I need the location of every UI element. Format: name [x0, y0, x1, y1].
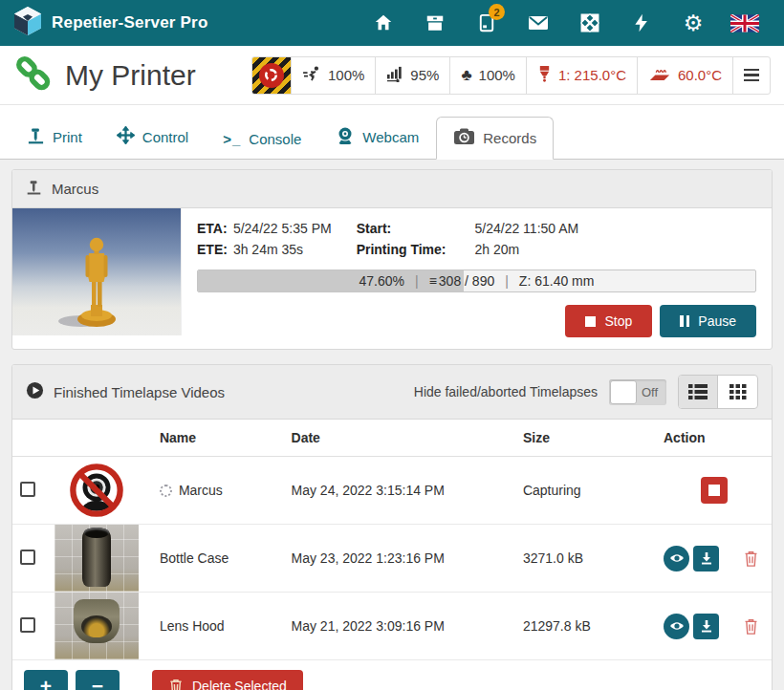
extruder-icon — [537, 65, 552, 85]
hide-failed-toggle[interactable]: Off — [609, 379, 666, 405]
archive-icon[interactable] — [409, 0, 461, 46]
job-model-preview — [12, 208, 182, 335]
speed-status[interactable]: 100% — [291, 56, 376, 95]
job-name: Marcus — [52, 181, 98, 197]
download-button[interactable] — [693, 614, 719, 639]
lightning-icon[interactable] — [616, 0, 667, 46]
col-header-date: Date — [284, 420, 515, 457]
delete-row-button[interactable] — [738, 546, 764, 571]
delete-row-button[interactable] — [738, 614, 764, 639]
timelapse-footer: + − Delete Selected — [12, 659, 772, 690]
video-thumbnail[interactable] — [54, 525, 139, 592]
tab-records[interactable]: Records — [436, 117, 554, 160]
row-checkbox[interactable] — [20, 482, 35, 497]
table-row: Bottle Case May 23, 2022 1:23:16 PM 3271… — [12, 525, 772, 593]
table-row: Marcus May 24, 2022 3:15:14 PM Capturing — [12, 457, 772, 525]
pause-button[interactable]: Pause — [660, 305, 756, 337]
printing-time-value: 2h 20m — [475, 239, 579, 260]
table-header-row: Name Date Size Action — [12, 420, 772, 457]
print-icon — [27, 127, 45, 147]
start-label: Start: — [357, 218, 446, 239]
job-body: ETA: 5/24/22 5:35 PM ETE: 3h 24m 35s Sta… — [12, 208, 772, 349]
print-progress-bar: 47.60% | ≡308 / 890 | Z: 61.40 mm — [197, 270, 756, 292]
printer-header: My Printer 100% 9 — [0, 46, 784, 105]
preview-button[interactable] — [664, 546, 689, 571]
job-panel-header: Marcus — [12, 170, 772, 208]
job-times: ETA: 5/24/22 5:35 PM ETE: 3h 24m 35s Sta… — [197, 218, 756, 260]
grid-view-button[interactable] — [718, 376, 757, 408]
timelapse-panel-header: Finished Timelapse Videos Hide failed/ab… — [12, 365, 772, 420]
printer-menu-button[interactable] — [732, 56, 771, 95]
tab-control[interactable]: Control — [99, 115, 206, 159]
printer-queue-icon[interactable]: 2 — [461, 0, 512, 46]
trash-icon — [168, 678, 184, 690]
minus-icon: − — [92, 675, 103, 690]
download-button[interactable] — [693, 546, 719, 571]
expand-icon[interactable] — [564, 0, 616, 46]
brand[interactable]: Repetier-Server Pro — [13, 6, 207, 40]
no-webcam-thumbnail[interactable] — [54, 457, 139, 524]
timelapse-date: May 23, 2022 1:23:16 PM — [284, 525, 515, 593]
home-icon[interactable] — [358, 0, 409, 46]
select-all-button[interactable]: + — [24, 670, 68, 690]
console-icon: >_ — [223, 131, 241, 147]
bed-temp-status[interactable]: 60.0°C — [637, 56, 733, 95]
tab-console[interactable]: >_ Console — [206, 119, 318, 159]
flow-value: 95% — [410, 67, 439, 83]
records-content: Marcus — [0, 160, 784, 690]
records-camera-icon — [453, 128, 475, 148]
row-checkbox[interactable] — [20, 617, 35, 633]
progress-percent: 47.60% — [359, 273, 404, 289]
progress-text: 47.60% | ≡308 / 890 | Z: 61.40 mm — [198, 270, 755, 291]
tab-print[interactable]: Print — [10, 116, 99, 159]
row-checkbox[interactable] — [20, 550, 35, 565]
video-thumbnail[interactable] — [54, 593, 139, 659]
notification-badge: 2 — [489, 4, 505, 20]
emergency-stop-button[interactable] — [251, 56, 292, 95]
timelapse-name: Lens Hood — [160, 618, 225, 634]
link-connected-icon — [13, 54, 54, 97]
tab-webcam[interactable]: Webcam — [318, 115, 436, 159]
extruder-temp-status[interactable]: 1: 215.0°C — [526, 56, 638, 95]
deselect-all-button[interactable]: − — [76, 670, 120, 690]
control-move-icon — [117, 126, 135, 147]
webcam-icon — [336, 126, 355, 147]
active-job-panel: Marcus — [11, 169, 773, 350]
language-flag-icon[interactable] — [719, 0, 771, 46]
navbar-icons: 2 ⚙ — [358, 0, 771, 46]
speed-value: 100% — [328, 67, 364, 83]
eta-value: 5/24/22 5:35 PM — [233, 218, 332, 239]
gear-icon[interactable]: ⚙ — [667, 0, 719, 46]
capturing-spinner-icon — [160, 485, 172, 497]
flow-status[interactable]: 95% — [375, 56, 450, 95]
fan-value: 100% — [479, 67, 515, 83]
timelapse-title: Finished Timelapse Videos — [54, 384, 225, 400]
job-buttons: Stop Pause — [197, 305, 756, 337]
preview-button[interactable] — [664, 614, 689, 639]
col-header-action: Action — [656, 420, 772, 457]
progress-z: Z: 61.40 mm — [519, 273, 595, 289]
toggle-knob — [610, 380, 637, 404]
delete-selected-button[interactable]: Delete Selected — [152, 670, 303, 690]
timelapse-size: Capturing — [515, 457, 656, 525]
fan-icon: ♣ — [461, 67, 471, 83]
list-view-button[interactable] — [679, 376, 718, 408]
fan-status[interactable]: ♣ 100% — [449, 56, 527, 95]
extruder-temp-value: 1: 215.0°C — [558, 67, 626, 83]
flow-icon — [386, 66, 403, 85]
layers-icon: ≡ — [429, 273, 437, 289]
table-row: Lens Hood May 21, 2022 3:09:16 PM 21297.… — [12, 593, 772, 660]
col-header-name: Name — [152, 420, 284, 457]
mail-icon[interactable] — [512, 0, 564, 46]
stop-button[interactable]: Stop — [565, 305, 652, 337]
view-mode-group — [678, 375, 758, 409]
job-extruder-icon — [26, 180, 42, 198]
timelapse-size: 3271.0 kB — [515, 525, 656, 593]
timelapse-date: May 21, 2022 3:09:16 PM — [284, 593, 515, 660]
ete-value: 3h 24m 35s — [233, 239, 332, 260]
plus-icon: + — [40, 675, 52, 690]
stop-recording-button[interactable] — [701, 477, 728, 504]
printer-status-bar: 100% 95% ♣ 100% — [252, 56, 771, 95]
eta-label: ETA: — [197, 218, 228, 239]
stop-icon — [708, 485, 720, 496]
